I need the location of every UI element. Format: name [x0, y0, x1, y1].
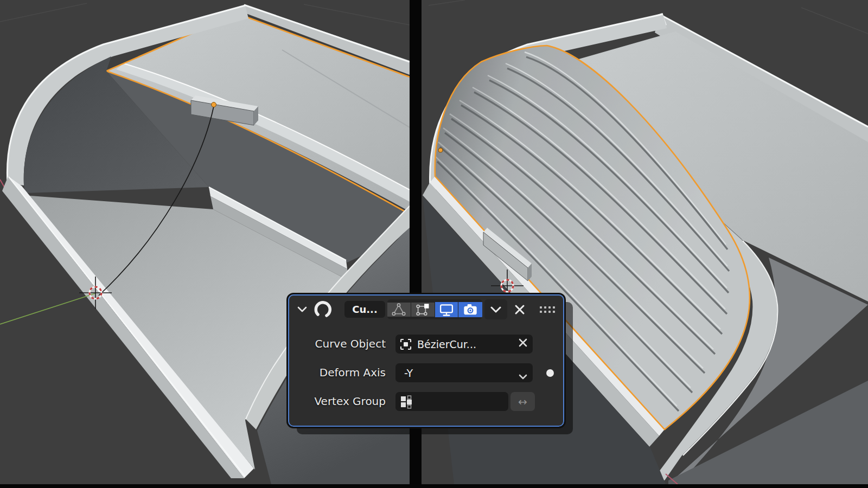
delete-modifier-button[interactable] — [509, 299, 530, 319]
modifier-name-field[interactable]: Cu... — [344, 301, 385, 318]
chevron-down-icon — [297, 306, 307, 312]
panel-drag-handle[interactable] — [536, 302, 559, 317]
show-in-render-toggle[interactable] — [458, 302, 482, 317]
edit-mode-triangle-icon — [391, 303, 406, 317]
curve-object-label: Curve Object — [289, 335, 386, 354]
clear-curve-object-button[interactable] — [518, 338, 528, 350]
chevron-down-icon — [490, 306, 501, 313]
edit-mode-toggle[interactable] — [387, 303, 411, 317]
letterbox-strip — [0, 484, 868, 488]
monitor-icon — [438, 302, 455, 317]
deform-axis-dropdown[interactable]: -Y — [395, 363, 533, 382]
animate-property-decorator-dot[interactable] — [546, 369, 554, 377]
on-cage-toggle[interactable] — [411, 303, 435, 317]
on-cage-square-icon — [415, 303, 430, 317]
camera-icon — [462, 302, 478, 317]
chevron-down-icon — [519, 370, 527, 382]
modifier-name-text: Cu... — [352, 304, 378, 315]
blender-screen: Cu... — [0, 0, 868, 488]
curve-control-point[interactable] — [438, 148, 443, 152]
vertex-group-field[interactable] — [395, 392, 508, 411]
display-toggle-group — [387, 299, 482, 319]
clear-x-icon — [518, 338, 528, 348]
modifier-extras-menu-button[interactable] — [484, 299, 507, 319]
curve-modifier-panel: Cu... — [288, 294, 564, 427]
curve-modifier-icon — [312, 299, 334, 319]
deform-axis-value: -Y — [404, 367, 413, 379]
object-brackets-icon — [399, 338, 412, 351]
left-right-arrow-icon: ↔ — [518, 395, 527, 408]
invert-vertex-group-button[interactable]: ↔ — [510, 392, 535, 411]
curve-object-value: BézierCur... — [417, 338, 476, 350]
curve-control-point[interactable] — [212, 102, 216, 107]
expand-panel-button[interactable] — [293, 301, 311, 317]
curve-object-field[interactable]: BézierCur... — [395, 335, 533, 354]
vertex-group-label: Vertex Group — [289, 392, 386, 411]
show-in-viewport-toggle[interactable] — [435, 302, 459, 317]
vertex-group-icon — [399, 395, 413, 409]
close-x-icon — [514, 304, 525, 315]
deform-axis-label: Deform Axis — [289, 363, 386, 382]
